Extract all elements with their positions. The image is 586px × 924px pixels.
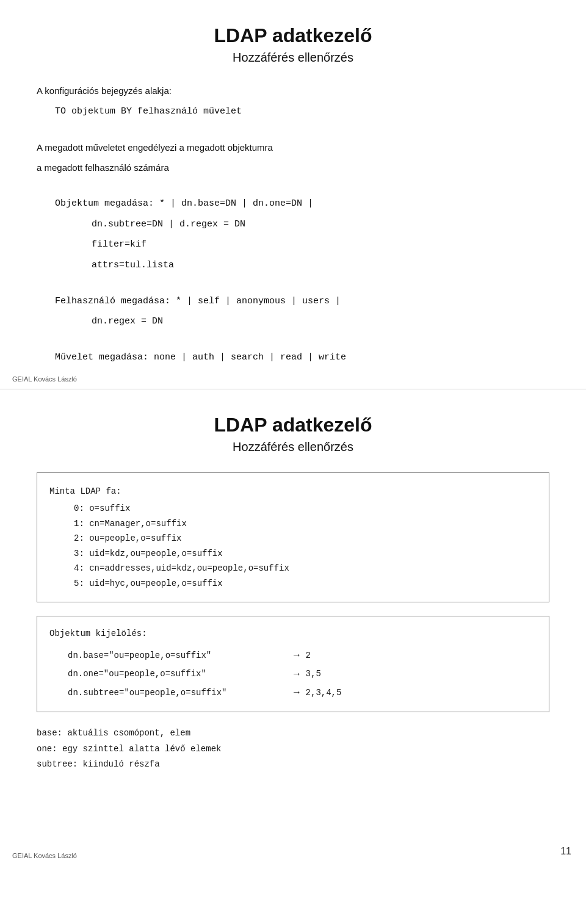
minta-item: 1: cn=Manager,o=suffix	[74, 516, 537, 532]
note-item: base: aktuális csomópont, elem	[37, 726, 549, 741]
page-number: 11	[560, 846, 571, 857]
top-slide-credit: GEIAL Kovács László	[12, 375, 77, 383]
minta-item: 5: uid=hyc,ou=people,o=suffix	[74, 576, 537, 591]
bottom-slide-title: LDAP adatkezelő	[37, 414, 549, 436]
top-slide-body: A konfigurációs bejegyzés alakja: TO obj…	[37, 83, 549, 366]
muvelet-label: Művelet megadása: none | auth | search |…	[55, 350, 549, 366]
top-slide: LDAP adatkezelő Hozzáférés ellenőrzés A …	[0, 0, 586, 389]
objektum-line4: attrs=tul.lista	[92, 258, 549, 273]
bottom-slide-credit: GEIAL Kovács László	[12, 852, 77, 859]
objektum-line3: filter=kif	[92, 237, 549, 253]
top-slide-subtitle: Hozzáférés ellenőrzés	[37, 51, 549, 65]
obj-arrow: →	[294, 665, 300, 684]
top-slide-title: LDAP adatkezelő	[37, 24, 549, 47]
obj-query: dn.base="ou=people,o=suffix"	[68, 648, 288, 664]
obj-query: dn.one="ou=people,o=suffix"	[68, 666, 288, 682]
obj-row: dn.one="ou=people,o=suffix"→3,5	[68, 665, 537, 684]
minta-label: Minta LDAP fa:	[49, 484, 537, 499]
page-container: LDAP adatkezelő Hozzáférés ellenőrzés A …	[0, 0, 586, 924]
note-item: one: egy szinttel alatta lévő elemek	[37, 742, 549, 757]
minta-item: 4: cn=addresses,uid=kdz,ou=people,o=suff…	[74, 561, 537, 576]
obj-row: dn.subtree="ou=people,o=suffix"→2,3,4,5	[68, 684, 537, 702]
bottom-slide-subtitle: Hozzáférés ellenőrzés	[37, 440, 549, 454]
objektum-kijeloles-label: Objektum kijelölés:	[49, 626, 537, 641]
minta-item: 3: uid=kdz,ou=people,o=suffix	[74, 546, 537, 561]
felh-label: Felhasználó megadása: * | self | anonymo…	[55, 294, 549, 309]
obj-query: dn.subtree="ou=people,o=suffix"	[68, 685, 288, 701]
minta-item: 2: ou=people,o=suffix	[74, 531, 537, 546]
minta-ldap-box: Minta LDAP fa: 0: o=suffix1: cn=Manager,…	[37, 472, 549, 603]
objektum-label: Objektum megadása: * | dn.base=DN | dn.o…	[55, 196, 549, 212]
desc-line2: a megadott felhasználó számára	[37, 160, 549, 176]
obj-row: dn.base="ou=people,o=suffix"→2	[68, 646, 537, 665]
objektum-line2: dn.subtree=DN | d.regex = DN	[92, 217, 549, 233]
obj-arrow: →	[294, 646, 300, 665]
intro-line1: A konfigurációs bejegyzés alakja:	[37, 83, 549, 99]
desc-line1: A megadott műveletet engedélyezi a megad…	[37, 140, 549, 156]
note-item: subtree: kiinduló részfa	[37, 757, 549, 772]
minta-item: 0: o=suffix	[74, 501, 537, 516]
obj-result: 2,3,4,5	[306, 685, 342, 701]
obj-result: 2	[306, 648, 311, 664]
minta-items: 0: o=suffix1: cn=Manager,o=suffix2: ou=p…	[49, 501, 537, 591]
obj-result: 3,5	[306, 666, 321, 682]
intro-line2: TO objektum BY felhasználó művelet	[55, 104, 549, 120]
felh-line2: dn.regex = DN	[92, 314, 549, 330]
bottom-notes: base: aktuális csomópont, elemone: egy s…	[37, 726, 549, 772]
obj-rows: dn.base="ou=people,o=suffix"→2dn.one="ou…	[49, 646, 537, 702]
bottom-slide: LDAP adatkezelő Hozzáférés ellenőrzés Mi…	[0, 389, 586, 865]
obj-arrow: →	[294, 684, 300, 702]
objektum-box: Objektum kijelölés: dn.base="ou=people,o…	[37, 616, 549, 712]
